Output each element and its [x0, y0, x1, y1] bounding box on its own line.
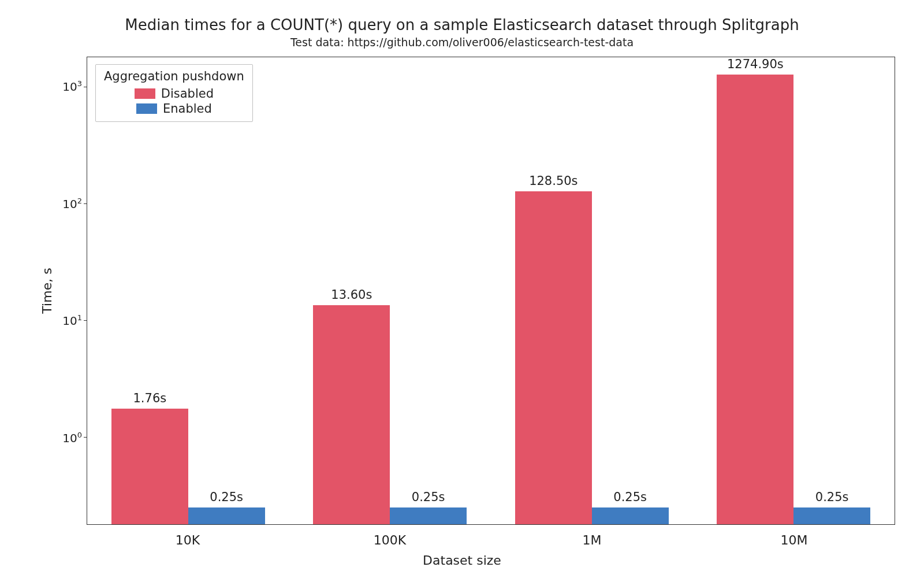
bar-enabled: 0.25s [793, 507, 870, 524]
y-tick-label: 101 [62, 313, 82, 328]
bar-disabled: 1274.90s [717, 75, 793, 524]
bar-value-label: 1274.90s [727, 57, 784, 71]
legend-title: Aggregation pushdown [104, 69, 244, 83]
chart-subtitle: Test data: https://github.com/oliver006/… [29, 36, 895, 49]
bar-group-bars: 128.50s0.25s [491, 57, 693, 524]
y-tick-mark-icon [84, 320, 87, 321]
chart-container: Median times for a COUNT(*) query on a s… [29, 16, 895, 560]
bar-value-label: 13.60s [331, 288, 372, 302]
x-tick-label: 100K [289, 525, 491, 547]
y-ticks: 100101102103 [52, 57, 87, 525]
legend-swatch-disabled-icon [135, 88, 155, 99]
x-ticks: 10K100K1M10M [87, 525, 895, 547]
x-tick-label: 10M [693, 525, 895, 547]
bar-group-bars: 1.76s0.25s [87, 57, 289, 524]
ylabel-wrap: Time, s [29, 57, 52, 525]
y-tick-mark-icon [84, 203, 87, 205]
legend-swatch-enabled-icon [136, 103, 157, 114]
chart-title: Median times for a COUNT(*) query on a s… [29, 16, 895, 34]
bar-enabled: 0.25s [188, 507, 265, 524]
x-tick-label: 10K [87, 525, 289, 547]
bar-enabled: 0.25s [390, 507, 467, 524]
bar-value-label: 0.25s [613, 490, 647, 504]
legend-entry-enabled: Enabled [104, 102, 244, 116]
bar-group: 1.76s0.25s [87, 57, 289, 524]
bar-enabled: 0.25s [592, 507, 669, 524]
y-tick-label: 100 [62, 431, 82, 445]
bar-disabled: 128.50s [515, 191, 592, 524]
legend-entry-disabled: Disabled [104, 87, 244, 101]
legend-label-enabled: Enabled [163, 102, 212, 116]
bar-value-label: 128.50s [529, 174, 578, 188]
bar-value-label: 0.25s [210, 490, 243, 504]
y-tick-mark-icon [84, 87, 87, 88]
bar-group: 128.50s0.25s [491, 57, 693, 524]
x-axis-label: Dataset size [29, 553, 895, 568]
plot-outer: Time, s 100101102103 Aggregation pushdow… [29, 57, 895, 525]
y-tick-mark-icon [84, 437, 87, 438]
bar-group: 13.60s0.25s [289, 57, 491, 524]
bar-disabled: 13.60s [313, 305, 390, 524]
y-tick-label: 102 [62, 197, 82, 211]
plot-area: Aggregation pushdown Disabled Enabled 1.… [87, 57, 895, 525]
bar-value-label: 0.25s [815, 490, 849, 504]
bar-value-label: 0.25s [412, 490, 445, 504]
bar-value-label: 1.76s [133, 391, 166, 405]
bar-groups: 1.76s0.25s13.60s0.25s128.50s0.25s1274.90… [87, 57, 895, 524]
legend-label-disabled: Disabled [161, 87, 214, 101]
legend: Aggregation pushdown Disabled Enabled [95, 64, 253, 122]
bar-group-bars: 13.60s0.25s [289, 57, 491, 524]
bar-disabled: 1.76s [111, 409, 188, 524]
y-tick-label: 103 [62, 79, 82, 94]
bar-group-bars: 1274.90s0.25s [693, 57, 895, 524]
bar-group: 1274.90s0.25s [693, 57, 895, 524]
x-tick-label: 1M [491, 525, 693, 547]
